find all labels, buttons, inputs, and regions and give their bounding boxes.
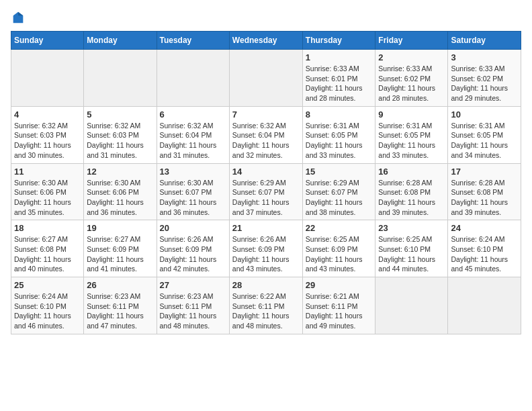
day-info: Sunrise: 6:30 AMSunset: 6:06 PMDaylight:… bbox=[87, 178, 153, 218]
calendar-week-row: 1Sunrise: 6:33 AMSunset: 6:01 PMDaylight… bbox=[11, 50, 521, 107]
calendar-cell: 24Sunrise: 6:24 AMSunset: 6:10 PMDayligh… bbox=[448, 220, 521, 277]
calendar-cell: 11Sunrise: 6:30 AMSunset: 6:06 PMDayligh… bbox=[11, 163, 84, 220]
calendar-cell: 16Sunrise: 6:28 AMSunset: 6:08 PMDayligh… bbox=[375, 163, 448, 220]
day-number: 1 bbox=[306, 52, 373, 62]
day-info: Sunrise: 6:24 AMSunset: 6:10 PMDaylight:… bbox=[451, 234, 518, 274]
day-info: Sunrise: 6:29 AMSunset: 6:07 PMDaylight:… bbox=[232, 178, 300, 218]
day-number: 28 bbox=[232, 280, 300, 290]
day-number: 2 bbox=[378, 52, 445, 62]
day-number: 21 bbox=[232, 223, 300, 233]
calendar-cell: 19Sunrise: 6:27 AMSunset: 6:09 PMDayligh… bbox=[84, 220, 157, 277]
day-number: 18 bbox=[14, 223, 81, 233]
day-info: Sunrise: 6:29 AMSunset: 6:07 PMDaylight:… bbox=[306, 178, 373, 218]
day-info: Sunrise: 6:31 AMSunset: 6:05 PMDaylight:… bbox=[451, 121, 518, 161]
calendar-cell: 2Sunrise: 6:33 AMSunset: 6:02 PMDaylight… bbox=[375, 50, 448, 107]
day-number: 27 bbox=[160, 280, 226, 290]
day-number: 9 bbox=[378, 109, 445, 120]
calendar-cell: 21Sunrise: 6:26 AMSunset: 6:09 PMDayligh… bbox=[229, 220, 302, 277]
day-number: 29 bbox=[306, 280, 373, 290]
calendar-cell: 29Sunrise: 6:21 AMSunset: 6:11 PMDayligh… bbox=[302, 277, 375, 334]
day-number: 26 bbox=[87, 280, 153, 290]
day-info: Sunrise: 6:27 AMSunset: 6:09 PMDaylight:… bbox=[87, 234, 153, 274]
day-number: 11 bbox=[14, 167, 81, 177]
calendar-cell: 22Sunrise: 6:25 AMSunset: 6:09 PMDayligh… bbox=[302, 220, 375, 277]
day-info: Sunrise: 6:26 AMSunset: 6:09 PMDaylight:… bbox=[160, 234, 226, 274]
day-info: Sunrise: 6:31 AMSunset: 6:05 PMDaylight:… bbox=[378, 121, 445, 161]
calendar-table: SundayMondayTuesdayWednesdayThursdayFrid… bbox=[11, 31, 521, 334]
calendar-cell bbox=[448, 277, 521, 334]
day-info: Sunrise: 6:28 AMSunset: 6:08 PMDaylight:… bbox=[451, 178, 518, 218]
day-number: 15 bbox=[306, 167, 373, 177]
day-info: Sunrise: 6:26 AMSunset: 6:09 PMDaylight:… bbox=[232, 234, 300, 274]
weekday-header: Friday bbox=[375, 32, 448, 50]
weekday-header: Tuesday bbox=[157, 32, 229, 50]
day-number: 19 bbox=[87, 223, 153, 233]
calendar-week-row: 25Sunrise: 6:24 AMSunset: 6:10 PMDayligh… bbox=[11, 277, 521, 334]
calendar-cell bbox=[157, 50, 229, 107]
day-number: 16 bbox=[378, 167, 445, 177]
day-info: Sunrise: 6:23 AMSunset: 6:11 PMDaylight:… bbox=[160, 291, 226, 331]
page-header bbox=[11, 11, 521, 26]
calendar-cell: 28Sunrise: 6:22 AMSunset: 6:11 PMDayligh… bbox=[229, 277, 302, 334]
calendar-cell: 6Sunrise: 6:32 AMSunset: 6:04 PMDaylight… bbox=[157, 106, 229, 163]
calendar-cell: 7Sunrise: 6:32 AMSunset: 6:04 PMDaylight… bbox=[229, 106, 302, 163]
calendar-cell: 12Sunrise: 6:30 AMSunset: 6:06 PMDayligh… bbox=[84, 163, 157, 220]
day-info: Sunrise: 6:31 AMSunset: 6:05 PMDaylight:… bbox=[306, 121, 373, 161]
calendar-cell: 17Sunrise: 6:28 AMSunset: 6:08 PMDayligh… bbox=[448, 163, 521, 220]
day-info: Sunrise: 6:30 AMSunset: 6:06 PMDaylight:… bbox=[14, 178, 81, 218]
calendar-cell bbox=[375, 277, 448, 334]
calendar-cell bbox=[229, 50, 302, 107]
day-number: 23 bbox=[378, 223, 445, 233]
day-number: 24 bbox=[451, 223, 518, 233]
calendar-cell: 27Sunrise: 6:23 AMSunset: 6:11 PMDayligh… bbox=[157, 277, 229, 334]
weekday-header-row: SundayMondayTuesdayWednesdayThursdayFrid… bbox=[11, 32, 521, 50]
calendar-cell: 14Sunrise: 6:29 AMSunset: 6:07 PMDayligh… bbox=[229, 163, 302, 220]
day-info: Sunrise: 6:33 AMSunset: 6:01 PMDaylight:… bbox=[306, 64, 373, 103]
logo-icon bbox=[11, 11, 26, 26]
calendar-cell: 18Sunrise: 6:27 AMSunset: 6:08 PMDayligh… bbox=[11, 220, 84, 277]
calendar-cell: 10Sunrise: 6:31 AMSunset: 6:05 PMDayligh… bbox=[448, 106, 521, 163]
calendar-cell: 25Sunrise: 6:24 AMSunset: 6:10 PMDayligh… bbox=[11, 277, 84, 334]
day-number: 7 bbox=[232, 109, 300, 120]
day-info: Sunrise: 6:25 AMSunset: 6:09 PMDaylight:… bbox=[306, 234, 373, 274]
calendar-cell: 13Sunrise: 6:30 AMSunset: 6:07 PMDayligh… bbox=[157, 163, 229, 220]
day-info: Sunrise: 6:32 AMSunset: 6:03 PMDaylight:… bbox=[87, 121, 153, 161]
day-info: Sunrise: 6:33 AMSunset: 6:02 PMDaylight:… bbox=[451, 64, 518, 103]
calendar-cell bbox=[11, 50, 84, 107]
day-info: Sunrise: 6:30 AMSunset: 6:07 PMDaylight:… bbox=[160, 178, 226, 218]
calendar-week-row: 4Sunrise: 6:32 AMSunset: 6:03 PMDaylight… bbox=[11, 106, 521, 163]
logo bbox=[11, 11, 28, 26]
weekday-header: Wednesday bbox=[229, 32, 302, 50]
calendar-cell: 26Sunrise: 6:23 AMSunset: 6:11 PMDayligh… bbox=[84, 277, 157, 334]
day-info: Sunrise: 6:24 AMSunset: 6:10 PMDaylight:… bbox=[14, 291, 81, 331]
calendar-week-row: 18Sunrise: 6:27 AMSunset: 6:08 PMDayligh… bbox=[11, 220, 521, 277]
day-number: 14 bbox=[232, 167, 300, 177]
day-info: Sunrise: 6:22 AMSunset: 6:11 PMDaylight:… bbox=[232, 291, 300, 331]
weekday-header: Saturday bbox=[448, 32, 521, 50]
day-info: Sunrise: 6:33 AMSunset: 6:02 PMDaylight:… bbox=[378, 64, 445, 103]
calendar-cell: 5Sunrise: 6:32 AMSunset: 6:03 PMDaylight… bbox=[84, 106, 157, 163]
calendar-cell: 9Sunrise: 6:31 AMSunset: 6:05 PMDaylight… bbox=[375, 106, 448, 163]
calendar-cell bbox=[84, 50, 157, 107]
weekday-header: Monday bbox=[84, 32, 157, 50]
day-info: Sunrise: 6:21 AMSunset: 6:11 PMDaylight:… bbox=[306, 291, 373, 331]
day-number: 6 bbox=[160, 109, 226, 120]
day-info: Sunrise: 6:23 AMSunset: 6:11 PMDaylight:… bbox=[87, 291, 153, 331]
calendar-cell: 1Sunrise: 6:33 AMSunset: 6:01 PMDaylight… bbox=[302, 50, 375, 107]
day-info: Sunrise: 6:27 AMSunset: 6:08 PMDaylight:… bbox=[14, 234, 81, 274]
day-info: Sunrise: 6:32 AMSunset: 6:03 PMDaylight:… bbox=[14, 121, 81, 161]
day-number: 5 bbox=[87, 109, 153, 120]
calendar-cell: 15Sunrise: 6:29 AMSunset: 6:07 PMDayligh… bbox=[302, 163, 375, 220]
day-info: Sunrise: 6:32 AMSunset: 6:04 PMDaylight:… bbox=[160, 121, 226, 161]
calendar-cell: 23Sunrise: 6:25 AMSunset: 6:10 PMDayligh… bbox=[375, 220, 448, 277]
calendar-cell: 8Sunrise: 6:31 AMSunset: 6:05 PMDaylight… bbox=[302, 106, 375, 163]
day-number: 4 bbox=[14, 109, 81, 120]
weekday-header: Sunday bbox=[11, 32, 84, 50]
day-info: Sunrise: 6:28 AMSunset: 6:08 PMDaylight:… bbox=[378, 178, 445, 218]
calendar-cell: 20Sunrise: 6:26 AMSunset: 6:09 PMDayligh… bbox=[157, 220, 229, 277]
weekday-header: Thursday bbox=[302, 32, 375, 50]
calendar-cell: 4Sunrise: 6:32 AMSunset: 6:03 PMDaylight… bbox=[11, 106, 84, 163]
calendar-cell: 3Sunrise: 6:33 AMSunset: 6:02 PMDaylight… bbox=[448, 50, 521, 107]
calendar-week-row: 11Sunrise: 6:30 AMSunset: 6:06 PMDayligh… bbox=[11, 163, 521, 220]
day-number: 12 bbox=[87, 167, 153, 177]
